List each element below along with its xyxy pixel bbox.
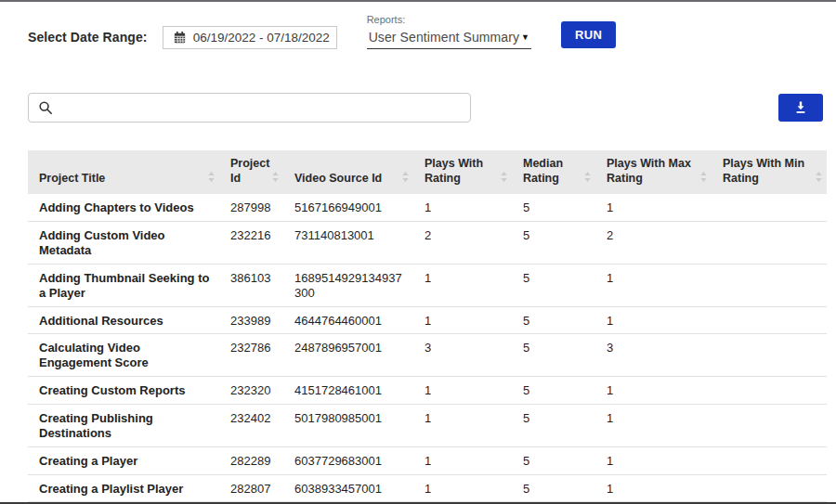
report-toolbar: Select Date Range: 06/19/2022 - 07/18/20… bbox=[28, 14, 829, 49]
table-cell: 5 bbox=[512, 404, 595, 446]
column-header-project-id[interactable]: Project Id bbox=[219, 150, 283, 194]
column-label: Plays With Min Rating bbox=[723, 157, 804, 185]
table-cell: 3 bbox=[413, 334, 512, 377]
table-cell: 5017980985001 bbox=[283, 404, 413, 446]
table-cell: 233989 bbox=[219, 306, 283, 334]
table-cell: 2 bbox=[413, 222, 512, 265]
table-cell: 731140813001 bbox=[283, 222, 413, 265]
caret-down-icon: ▼ bbox=[521, 33, 529, 42]
table-cell: 232402 bbox=[219, 404, 283, 446]
table-cell: Creating a Playlist Player bbox=[28, 474, 219, 502]
sort-icon bbox=[584, 172, 591, 182]
table-cell: 1 bbox=[595, 306, 712, 334]
table-row: Adding Custom Video Metadata232216731140… bbox=[28, 222, 827, 265]
sort-icon bbox=[816, 172, 822, 182]
column-header-plays-with-max-rating[interactable]: Plays With Max Rating bbox=[595, 150, 712, 194]
table-cell: 1 bbox=[413, 404, 512, 446]
table-cell: 232320 bbox=[219, 377, 283, 405]
table-cell: 6038933457001 bbox=[283, 474, 413, 502]
column-label: Plays With Rating bbox=[425, 157, 483, 185]
table-cell: 1 bbox=[413, 264, 512, 306]
table-cell bbox=[712, 194, 827, 221]
sort-icon bbox=[700, 172, 707, 182]
table-cell bbox=[712, 222, 827, 265]
table-row: Creating a Player2822896037729683001151 bbox=[28, 446, 827, 474]
download-button[interactable] bbox=[778, 94, 823, 122]
table-cell: 5 bbox=[512, 264, 595, 306]
table-row: Creating a Playlist Player28280760389334… bbox=[28, 474, 827, 502]
reports-label: Reports: bbox=[367, 14, 531, 25]
table-row: Calculating Video Engagement Score232786… bbox=[28, 334, 827, 377]
table-cell bbox=[712, 264, 827, 306]
date-range-label: Select Date Range: bbox=[28, 30, 148, 49]
table-cell: 5 bbox=[512, 306, 595, 334]
sort-icon bbox=[208, 172, 215, 182]
table-cell: 232216 bbox=[219, 222, 283, 265]
table-header: Project TitleProject IdVideo Source IdPl… bbox=[28, 150, 827, 194]
table-cell: 232786 bbox=[219, 334, 283, 377]
table-cell bbox=[712, 334, 827, 377]
table-cell bbox=[712, 377, 827, 405]
table-cell: 5 bbox=[512, 474, 595, 502]
date-range-value: 06/19/2022 - 07/18/2022 bbox=[193, 31, 330, 45]
table-cell: 1 bbox=[413, 446, 512, 474]
table-cell: 2487896957001 bbox=[283, 334, 413, 377]
search-row bbox=[28, 93, 823, 123]
table-cell: Creating Publishing Destinations bbox=[28, 404, 219, 446]
table-cell: 5 bbox=[512, 194, 595, 221]
table-cell: 1 bbox=[413, 377, 512, 405]
table-cell: 5 bbox=[512, 222, 595, 265]
table-cell: 1 bbox=[595, 264, 712, 306]
table-row: Creating Custom Reports23232041517284610… bbox=[28, 377, 827, 405]
column-header-plays-with-min-rating[interactable]: Plays With Min Rating bbox=[712, 150, 827, 194]
table-body: Adding Chapters to Videos287998516716694… bbox=[28, 194, 827, 504]
table-cell: Adding Custom Video Metadata bbox=[28, 222, 219, 265]
table-cell: Additional Resources bbox=[28, 306, 219, 334]
table-cell: 1 bbox=[595, 377, 712, 405]
table-cell: 1 bbox=[413, 474, 512, 502]
calendar-icon bbox=[173, 31, 187, 45]
table-row: Adding Thumbnail Seeking to a Player3861… bbox=[28, 264, 827, 306]
table-cell: 5 bbox=[512, 446, 595, 474]
column-label: Video Source Id bbox=[294, 172, 382, 185]
search-input[interactable] bbox=[60, 101, 461, 115]
search-box[interactable] bbox=[28, 93, 471, 123]
column-header-video-source-id[interactable]: Video Source Id bbox=[283, 150, 413, 194]
column-header-plays-with-rating[interactable]: Plays With Rating bbox=[413, 150, 512, 194]
table-cell: 1 bbox=[595, 404, 712, 446]
date-range-input[interactable]: 06/19/2022 - 07/18/2022 bbox=[163, 26, 337, 49]
table-cell bbox=[712, 306, 827, 334]
table-cell: Calculating Video Engagement Score bbox=[28, 334, 219, 377]
column-label: Project Id bbox=[230, 157, 269, 185]
column-label: Project Title bbox=[39, 172, 105, 185]
reports-selected-value: User Sentiment Summary bbox=[369, 30, 519, 45]
report-table: Project TitleProject IdVideo Source IdPl… bbox=[28, 150, 827, 504]
table-cell: 5 bbox=[512, 334, 595, 377]
table-cell: 1 bbox=[595, 194, 712, 221]
table-cell: 5 bbox=[512, 377, 595, 405]
table-cell: Creating Custom Reports bbox=[28, 377, 219, 405]
column-label: Plays With Max Rating bbox=[607, 157, 691, 185]
download-icon bbox=[793, 100, 808, 115]
reports-select[interactable]: User Sentiment Summary ▼ bbox=[367, 30, 531, 49]
table-cell: 3 bbox=[595, 334, 712, 377]
table-cell: 287998 bbox=[219, 194, 283, 221]
search-icon bbox=[38, 100, 53, 115]
table-cell: Adding Chapters to Videos bbox=[28, 194, 219, 221]
column-header-median-rating[interactable]: Median Rating bbox=[512, 150, 595, 194]
table-cell: 6037729683001 bbox=[283, 446, 413, 474]
table-cell: 4644764460001 bbox=[283, 306, 413, 334]
table-cell: 5167166949001 bbox=[283, 194, 413, 221]
table-cell: Creating a Player bbox=[28, 446, 219, 474]
table-cell: 1 bbox=[595, 474, 712, 502]
table-cell bbox=[712, 446, 827, 474]
table-cell: 4151728461001 bbox=[283, 377, 413, 405]
table-cell: Adding Thumbnail Seeking to a Player bbox=[28, 264, 219, 306]
run-button[interactable]: RUN bbox=[561, 21, 616, 48]
column-label: Median Rating bbox=[523, 157, 563, 185]
table-row: Additional Resources23398946447644600011… bbox=[28, 306, 827, 334]
table-cell: 1 bbox=[413, 194, 512, 221]
sort-icon bbox=[272, 172, 279, 182]
table-cell bbox=[712, 474, 827, 502]
column-header-project-title[interactable]: Project Title bbox=[28, 150, 219, 194]
